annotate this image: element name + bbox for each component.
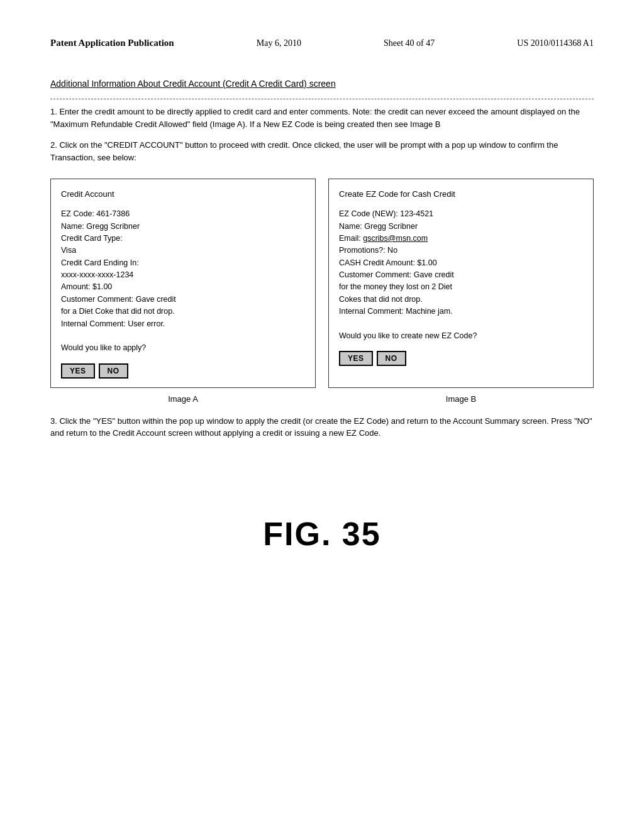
dialog-b-no-button[interactable]: NO [377, 351, 406, 366]
step1-text: 1. Enter the credit amount to be directl… [50, 106, 594, 130]
dialog-b-line-8: Cokes that did not drop. [339, 294, 583, 306]
dialog-b-line-7: for the money they lost on 2 Diet [339, 281, 583, 293]
dialog-a-line-9: for a Diet Coke that did not drop. [61, 306, 305, 318]
divider [50, 99, 594, 99]
image-a-label: Image A [50, 394, 316, 404]
publication-date: May 6, 2010 [257, 38, 301, 48]
dialog-a-no-button[interactable]: NO [99, 363, 128, 379]
patent-number: US 2010/0114368 A1 [517, 38, 594, 48]
page: Patent Application Publication May 6, 20… [0, 0, 644, 830]
dialog-b-line-9: Internal Comment: Machine jam. [339, 306, 583, 318]
dialog-a-line-2: Name: Gregg Scribner [61, 221, 305, 233]
dialog-a-line-1: EZ Code: 461-7386 [61, 208, 305, 220]
dialog-b-line-1: EZ Code (NEW): 123-4521 [339, 208, 583, 220]
page-header: Patent Application Publication May 6, 20… [50, 38, 594, 53]
dialog-b-line-5: CASH Credit Amount: $1.00 [339, 257, 583, 269]
dialog-a-question: Would you like to apply? [61, 342, 305, 354]
dialog-a-line-8: Customer Comment: Gave credit [61, 294, 305, 306]
step3-text: 3. Click the "YES" button within the pop… [50, 415, 594, 440]
dialog-b-line-3: Email: gscribs@msn.com [339, 233, 583, 245]
dialog-a-line-7: Amount: $1.00 [61, 281, 305, 293]
sheet-info: Sheet 40 of 47 [384, 38, 435, 48]
dialog-a-line-10: Internal Comment: User error. [61, 318, 305, 330]
dialog-image-b: Create EZ Code for Cash Credit EZ Code (… [328, 179, 594, 388]
dialog-b-email: gscribs@msn.com [363, 234, 428, 243]
dialog-b-line-2: Name: Gregg Scribner [339, 221, 583, 233]
dialog-a-body: EZ Code: 461-7386 Name: Gregg Scribner C… [61, 208, 305, 330]
dialog-a-line-3: Credit Card Type: [61, 233, 305, 245]
dialog-b-line-6: Customer Comment: Gave credit [339, 269, 583, 281]
dialog-b-title: Create EZ Code for Cash Credit [339, 188, 583, 201]
figure-label: FIG. 35 [50, 515, 594, 553]
dialog-b-buttons: YES NO [339, 351, 583, 366]
content-area: Additional Information About Credit Acco… [50, 79, 594, 440]
dialog-b-line-4: Promotions?: No [339, 245, 583, 257]
dialog-image-a: Credit Account EZ Code: 461-7386 Name: G… [50, 179, 316, 388]
dialog-a-yes-button[interactable]: YES [61, 363, 95, 379]
image-b-label: Image B [328, 394, 594, 404]
image-labels-row: Image A Image B [50, 394, 594, 404]
publication-title: Patent Application Publication [50, 38, 174, 48]
dialog-b-body: EZ Code (NEW): 123-4521 Name: Gregg Scri… [339, 208, 583, 318]
section-title: Additional Information About Credit Acco… [50, 79, 594, 89]
dialog-a-buttons: YES NO [61, 363, 305, 379]
dialogs-container: Credit Account EZ Code: 461-7386 Name: G… [50, 179, 594, 388]
dialog-a-line-6: xxxx-xxxx-xxxx-1234 [61, 269, 305, 281]
dialog-b-question: Would you like to create new EZ Code? [339, 330, 583, 342]
step2-text: 2. Click on the "CREDIT ACCOUNT" button … [50, 139, 594, 163]
dialog-a-line-5: Credit Card Ending In: [61, 257, 305, 269]
dialog-a-line-4: Visa [61, 245, 305, 257]
dialog-a-title: Credit Account [61, 188, 305, 201]
dialog-b-yes-button[interactable]: YES [339, 351, 373, 366]
